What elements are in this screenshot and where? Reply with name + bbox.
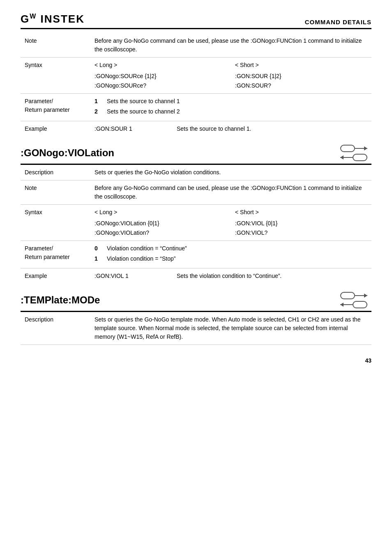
template-table: Description Sets or queries the Go-NoGo … bbox=[21, 312, 371, 345]
logo: GW INSTEK bbox=[21, 12, 85, 25]
short-cmd2-1: :GON:SOUR? bbox=[235, 81, 367, 90]
desc-row-3: Description Sets or queries the Go-NoGo … bbox=[21, 312, 371, 345]
syntax-content-1: < Long > < Short > :GONogo:SOURce {1|2} … bbox=[90, 58, 371, 94]
note-label-2: Note bbox=[21, 180, 90, 205]
long-cmd1-1: :GONogo:SOURce {1|2} bbox=[95, 72, 227, 81]
desc-content-2: Sets or queries the Go-NoGo violation co… bbox=[90, 165, 371, 180]
example-cmd-1: :GON:SOUR 1 bbox=[90, 121, 173, 137]
page-header: GW INSTEK COMMAND DETAILS bbox=[21, 12, 371, 29]
param-num-1a: 1 bbox=[95, 97, 107, 106]
param-desc-1a: Sets the source to channel 1 bbox=[107, 97, 180, 106]
param-num-2b: 1 bbox=[95, 254, 107, 263]
violation-heading: :GONogo:VIOLation bbox=[21, 147, 114, 159]
long-cmd2-1: :GONogo:SOURce? bbox=[95, 81, 227, 90]
syntax-row-2: Syntax < Long > < Short > :GONogo:VIOLat… bbox=[21, 205, 371, 241]
long-header-1: < Long > bbox=[95, 61, 227, 69]
param-desc-1b: Sets the source to channel 2 bbox=[107, 107, 180, 116]
example-row-1: Example :GON:SOUR 1 Sets the source to c… bbox=[21, 121, 371, 137]
param-content-1: 1 Sets the source to channel 1 2 Sets th… bbox=[90, 94, 371, 121]
arrow-row-bottom-2 bbox=[340, 301, 367, 308]
syntax-label-1: Syntax bbox=[21, 58, 90, 94]
arrow-row-top bbox=[340, 145, 367, 152]
pill-top-2 bbox=[340, 292, 355, 299]
short-cmd2-2: :GON:VIOL? bbox=[235, 229, 367, 237]
desc-row-2: Description Sets or queries the Go-NoGo … bbox=[21, 165, 371, 180]
note-content-1: Before any Go-NoGo command can be used, … bbox=[90, 33, 371, 58]
pill-top bbox=[340, 145, 355, 152]
source-table: Note Before any Go-NoGo command can be u… bbox=[21, 33, 371, 136]
example-label-2: Example bbox=[21, 268, 90, 284]
syntax-label-2: Syntax bbox=[21, 205, 90, 241]
violation-table: Description Sets or queries the Go-NoGo … bbox=[21, 165, 371, 284]
long-header-2: < Long > bbox=[95, 208, 227, 217]
param-content-2: 0 Violation condition = “Continue” 1 Vio… bbox=[90, 241, 371, 268]
arrow-row-top-2 bbox=[340, 292, 367, 299]
arrow-icon-1 bbox=[336, 144, 367, 162]
short-cmd1-1: :GON:SOUR {1|2} bbox=[235, 72, 367, 81]
arrow-line-top bbox=[355, 148, 367, 149]
example-label-1: Example bbox=[21, 121, 90, 137]
example-desc-2: Sets the violation condition to “Continu… bbox=[173, 268, 371, 284]
param-label-2: Parameter/ Return parameter bbox=[21, 241, 90, 268]
long-cmd2-2: :GONogo:VIOLation? bbox=[95, 229, 227, 237]
violation-section-heading: :GONogo:VIOLation bbox=[21, 144, 371, 165]
arrow-row-bottom bbox=[340, 154, 367, 161]
short-header-1: < Short > bbox=[235, 61, 367, 69]
desc-label-2: Description bbox=[21, 165, 90, 180]
short-cmd1-2: :GON:VIOL {0|1} bbox=[235, 219, 367, 228]
param-row-2: Parameter/ Return parameter 0 Violation … bbox=[21, 241, 371, 268]
param-row-1: Parameter/ Return parameter 1 Sets the s… bbox=[21, 94, 371, 121]
arrow-icon-2 bbox=[336, 291, 367, 309]
param-desc-2b: Violation condition = “Stop” bbox=[107, 254, 175, 263]
pill-bottom-2 bbox=[353, 301, 367, 308]
template-section-heading: :TEMPlate:MODe bbox=[21, 291, 371, 312]
header-title: COMMAND DETAILS bbox=[305, 18, 371, 25]
note-row-2: Note Before any Go-NoGo command can be u… bbox=[21, 180, 371, 205]
arrow-line-bottom-2 bbox=[340, 304, 353, 305]
param-num-2a: 0 bbox=[95, 244, 107, 253]
example-desc-1: Sets the source to channel 1. bbox=[173, 121, 371, 137]
desc-label-3: Description bbox=[21, 312, 90, 345]
note-content-2: Before any Go-NoGo command can be used, … bbox=[90, 180, 371, 205]
syntax-content-2: < Long > < Short > :GONogo:VIOLation {0|… bbox=[90, 205, 371, 241]
arrow-line-top-2 bbox=[355, 295, 367, 296]
syntax-row-1: Syntax < Long > < Short > :GONogo:SOURce… bbox=[21, 58, 371, 94]
desc-content-3: Sets or queries the Go-NoGo template mod… bbox=[90, 312, 371, 345]
long-cmd1-2: :GONogo:VIOLation {0|1} bbox=[95, 219, 227, 228]
template-heading: :TEMPlate:MODe bbox=[21, 294, 100, 306]
note-label-1: Note bbox=[21, 33, 90, 58]
note-row-1: Note Before any Go-NoGo command can be u… bbox=[21, 33, 371, 58]
page-number: 43 bbox=[21, 357, 371, 364]
param-label-1: Parameter/ Return parameter bbox=[21, 94, 90, 121]
param-num-1b: 2 bbox=[95, 107, 107, 116]
arrow-line-bottom bbox=[340, 157, 353, 158]
param-desc-2a: Violation condition = “Continue” bbox=[107, 244, 187, 253]
example-cmd-2: :GON:VIOL 1 bbox=[90, 268, 173, 284]
short-header-2: < Short > bbox=[235, 208, 367, 217]
example-row-2: Example :GON:VIOL 1 Sets the violation c… bbox=[21, 268, 371, 284]
pill-bottom bbox=[353, 154, 367, 161]
